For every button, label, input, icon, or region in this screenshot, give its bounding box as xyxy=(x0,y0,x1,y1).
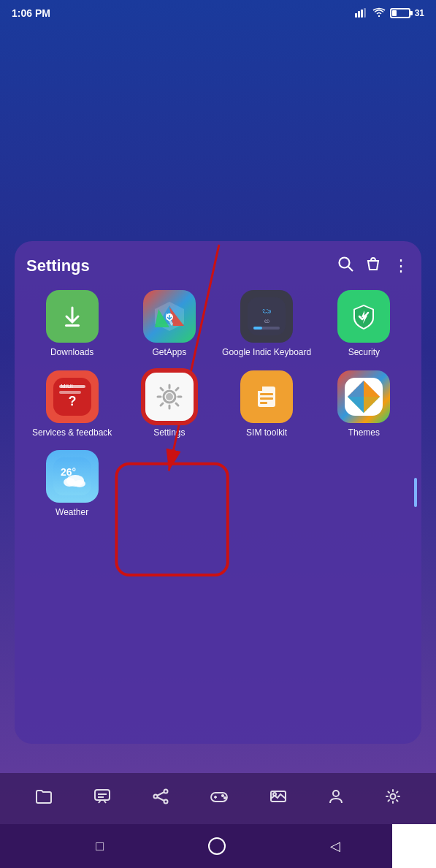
svg-rect-1 xyxy=(358,11,360,18)
google-indic-label: Google Indic Keyboard xyxy=(222,347,311,359)
battery-percent: 31 xyxy=(415,8,424,18)
back-button[interactable]: ◁ xyxy=(330,838,340,854)
search-icon[interactable] xyxy=(337,256,353,275)
signal-icon xyxy=(355,7,368,20)
time-display: 1:06 PM xyxy=(12,7,50,19)
svg-point-34 xyxy=(74,480,85,487)
svg-rect-25 xyxy=(260,393,273,395)
header-icons: ⋮ xyxy=(337,256,410,275)
status-icons: 31 xyxy=(355,7,424,20)
nav-gallery-icon[interactable] xyxy=(269,788,287,809)
svg-point-51 xyxy=(390,794,395,799)
recent-apps-button[interactable]: □ xyxy=(96,839,104,854)
home-button[interactable] xyxy=(208,837,226,855)
app-item-weather[interactable]: 26° Weather xyxy=(26,450,118,519)
white-corner-artifact xyxy=(392,824,436,868)
svg-point-47 xyxy=(224,797,226,799)
downloads-label: Downloads xyxy=(50,347,93,359)
app-item-themes[interactable]: Themes xyxy=(318,370,410,439)
bottom-nav xyxy=(0,773,436,824)
themes-icon xyxy=(337,370,390,423)
downloads-icon xyxy=(46,290,99,343)
app-item-google-indic[interactable]: ಬು అ Google Indic Keyboard xyxy=(221,290,313,359)
app-item-sim-toolkit[interactable]: SIM toolkit xyxy=(221,370,313,439)
apps-grid: Downloads GetApps xyxy=(26,290,410,519)
battery-icon xyxy=(390,8,410,18)
more-options-icon[interactable]: ⋮ xyxy=(393,256,410,275)
settings-label: Settings xyxy=(153,427,185,439)
svg-point-7 xyxy=(340,258,350,268)
svg-line-41 xyxy=(157,792,164,796)
weather-icon: 26° xyxy=(46,450,99,503)
nav-gamepad-icon[interactable] xyxy=(210,788,229,809)
panel-header: Settings ⋮ xyxy=(26,256,410,275)
svg-rect-27 xyxy=(260,402,267,404)
app-item-security[interactable]: Security xyxy=(318,290,410,359)
app-item-settings[interactable]: Settings xyxy=(123,370,215,439)
svg-rect-16 xyxy=(253,327,262,330)
security-label: Security xyxy=(348,347,380,359)
nav-message-icon[interactable] xyxy=(93,788,111,809)
svg-line-8 xyxy=(348,267,353,271)
svg-rect-26 xyxy=(260,397,273,400)
scroll-indicator xyxy=(414,478,417,507)
security-icon xyxy=(337,290,390,343)
svg-point-33 xyxy=(64,478,75,487)
svg-point-49 xyxy=(273,793,276,796)
svg-text:?: ? xyxy=(68,394,76,408)
sim-toolkit-label: SIM toolkit xyxy=(246,427,287,439)
panel-title: Settings xyxy=(26,256,90,275)
svg-point-23 xyxy=(166,393,173,400)
wifi-icon xyxy=(372,7,386,20)
nav-settings-icon[interactable] xyxy=(385,788,401,809)
getapps-icon xyxy=(143,290,196,343)
svg-line-42 xyxy=(157,797,164,801)
services-feedback-label: Services & feedback xyxy=(32,427,112,439)
svg-text:అ: అ xyxy=(264,318,270,325)
svg-rect-3 xyxy=(364,8,366,18)
home-bar: □ ◁ xyxy=(0,824,436,868)
svg-rect-2 xyxy=(361,9,363,18)
themes-label: Themes xyxy=(348,427,380,439)
nav-share-icon[interactable] xyxy=(152,788,169,809)
svg-text:MIUI: MIUI xyxy=(61,383,73,389)
nav-folder-icon[interactable] xyxy=(35,788,53,809)
weather-label: Weather xyxy=(56,507,88,519)
svg-rect-0 xyxy=(355,13,357,18)
services-feedback-icon: ? MIUI xyxy=(46,370,99,423)
nav-person-icon[interactable] xyxy=(328,788,344,809)
sim-toolkit-icon xyxy=(240,370,293,423)
app-item-downloads[interactable]: Downloads xyxy=(26,290,118,359)
svg-point-50 xyxy=(333,791,339,796)
app-item-services-feedback[interactable]: ? MIUI Services & feedback xyxy=(26,370,118,439)
status-bar: 1:06 PM 31 xyxy=(0,0,436,26)
svg-point-46 xyxy=(222,795,223,796)
settings-panel: Settings ⋮ xyxy=(15,241,421,744)
battery-fill xyxy=(392,10,397,16)
settings-icon xyxy=(143,370,196,423)
google-indic-icon: ಬು అ xyxy=(240,290,293,343)
svg-rect-9 xyxy=(65,324,80,327)
bag-icon[interactable] xyxy=(365,256,381,275)
svg-text:ಬು: ಬು xyxy=(262,307,271,317)
getapps-label: GetApps xyxy=(153,347,187,359)
app-item-getapps[interactable]: GetApps xyxy=(123,290,215,359)
